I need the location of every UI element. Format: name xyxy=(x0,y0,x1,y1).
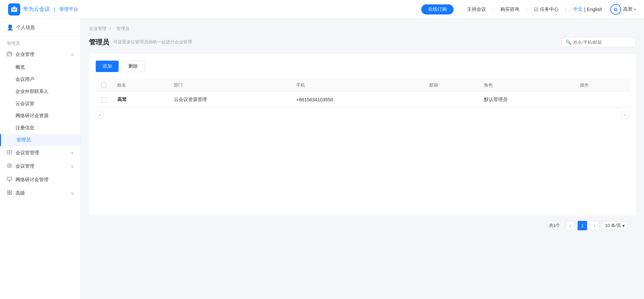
sidebar: 👤 个人信息 管理员 企业管理 ∧ 概览 会议用户 企业外部联系人 xyxy=(0,19,81,299)
sidebar-item-webinar-resources[interactable]: 网络研讨会资源 xyxy=(0,110,81,122)
lang-en[interactable]: English xyxy=(587,7,602,12)
lang-zh[interactable]: 中文 xyxy=(573,6,583,12)
sidebar-item-advanced[interactable]: 高级 ∨ xyxy=(0,187,81,200)
pagination-size-arrow: ▾ xyxy=(622,223,625,228)
row-dept: 云会议资源管理 xyxy=(168,92,291,108)
pagination-prev[interactable]: ‹ xyxy=(565,221,575,230)
breadcrumb-enterprise[interactable]: 企业管理 xyxy=(89,26,106,31)
room-mgmt-label: 会议室管理 xyxy=(16,150,39,156)
svg-rect-11 xyxy=(7,191,9,192)
sidebar-item-webinar-mgmt[interactable]: 网络研讨会管理 xyxy=(0,173,81,187)
room-mgmt-arrow: ∨ xyxy=(71,151,74,155)
sidebar-item-meeting-users[interactable]: 会议用户 xyxy=(0,73,81,86)
logo-icon xyxy=(8,3,20,15)
main-layout: 👤 个人信息 管理员 企业管理 ∧ 概览 会议用户 企业外部联系人 xyxy=(0,19,644,299)
col-header-role: 角色 xyxy=(479,79,575,92)
user-name[interactable]: 高茸 xyxy=(623,6,633,12)
meeting-icon xyxy=(7,163,12,170)
buy-consult-button[interactable]: 购买咨询 xyxy=(495,6,525,12)
col-header-name: 姓名 xyxy=(112,79,168,92)
sidebar-item-registration[interactable]: 注册信息 xyxy=(0,122,81,134)
row-phone: +8615634103550 xyxy=(291,92,424,108)
svg-point-5 xyxy=(9,152,10,153)
room-icon xyxy=(7,150,12,156)
nav-divider-2: | xyxy=(526,7,527,12)
sidebar-item-overview[interactable]: 概览 xyxy=(0,61,81,73)
svg-rect-14 xyxy=(10,193,11,195)
advanced-arrow: ∨ xyxy=(71,191,74,196)
topnav-right: 在线订购 主持会议 | 购买咨询 | ☑ 任务中心 | 中文 | English… xyxy=(421,4,636,15)
search-icon: 🔍 xyxy=(565,39,571,45)
advanced-label: 高级 xyxy=(16,190,25,196)
search-box[interactable]: 🔍 xyxy=(562,37,636,47)
sidebar-item-room-mgmt[interactable]: 会议室管理 ∨ xyxy=(0,146,81,160)
scroll-right-arrow[interactable]: › xyxy=(621,111,629,119)
pagination-bar: 共1个 ‹ 1 › 10 条/页 ▾ xyxy=(89,215,636,236)
col-header-email: 邮箱 xyxy=(424,79,479,92)
table-row: 高茸 云会议资源管理 +8615634103550 默认管理员 xyxy=(96,92,629,108)
webinar-icon xyxy=(7,176,12,183)
page-subtitle: 可设置多位管理员协助一起进行企业管理 xyxy=(113,39,192,45)
pagination-size-label: 10 条/页 xyxy=(605,223,621,229)
logo-text: 华为云会议 xyxy=(23,6,50,13)
webinar-mgmt-label: 网络研讨会管理 xyxy=(16,177,49,183)
pagination-next[interactable]: › xyxy=(590,221,599,230)
topnav: 华为云会议 | 管理平台 在线订购 主持会议 | 购买咨询 | ☑ 任务中心 |… xyxy=(0,0,644,19)
logo-divider: | xyxy=(54,7,55,12)
pagination-total: 共1个 xyxy=(549,223,560,229)
row-check xyxy=(96,92,112,108)
svg-rect-8 xyxy=(7,177,12,180)
content-box: 添加 删除 姓名 部门 手机 邮箱 角色 操作 xyxy=(89,54,636,215)
enterprise-mgmt-arrow: ∧ xyxy=(71,52,74,57)
col-header-actions: 操作 xyxy=(575,79,629,92)
main-content: 企业管理 / 管理员 管理员 可设置多位管理员协助一起进行企业管理 🔍 添加 删… xyxy=(81,19,644,299)
user-dropdown-arrow[interactable]: ▾ xyxy=(634,7,636,12)
svg-point-7 xyxy=(9,165,10,166)
task-center-button[interactable]: ☑ 任务中心 xyxy=(529,6,564,12)
row-email xyxy=(424,92,479,108)
sidebar-item-cloud-rooms[interactable]: 云会议室 xyxy=(0,98,81,110)
enterprise-mgmt-label: 企业管理 xyxy=(16,52,34,58)
breadcrumb-sep: / xyxy=(110,26,112,31)
row-checkbox[interactable] xyxy=(101,97,106,103)
advanced-icon xyxy=(7,190,12,197)
page-header-right: 🔍 xyxy=(562,37,636,47)
sidebar-item-external-contacts[interactable]: 企业外部联系人 xyxy=(0,86,81,98)
sidebar-personal-info-label: 个人信息 xyxy=(16,25,35,31)
sidebar-item-meeting-mgmt[interactable]: 会议管理 ∨ xyxy=(0,160,81,173)
pagination-page-1[interactable]: 1 xyxy=(578,221,587,230)
row-role: 默认管理员 xyxy=(479,92,575,108)
user-icon: 👤 xyxy=(7,24,13,31)
svg-rect-1 xyxy=(13,6,15,8)
host-meeting-button[interactable]: 主持会议 xyxy=(462,6,491,12)
search-input[interactable] xyxy=(573,40,632,45)
toolbar: 添加 删除 xyxy=(96,61,629,72)
meeting-mgmt-label: 会议管理 xyxy=(16,163,34,169)
page-header: 管理员 可设置多位管理员协助一起进行企业管理 🔍 xyxy=(89,37,636,47)
select-all-checkbox[interactable] xyxy=(101,82,106,88)
task-center-checkbox-icon: ☑ xyxy=(534,7,539,12)
user-avatar[interactable]: G xyxy=(610,4,621,15)
online-order-button[interactable]: 在线订购 xyxy=(421,4,454,14)
row-actions xyxy=(575,92,629,108)
nav-divider-1: | xyxy=(493,7,494,12)
svg-rect-4 xyxy=(7,151,12,154)
col-header-check xyxy=(96,79,112,92)
admin-table: 姓名 部门 手机 邮箱 角色 操作 高茸 云会议资源管理 xyxy=(96,79,629,108)
row-name: 高茸 xyxy=(112,92,168,108)
add-button[interactable]: 添加 xyxy=(96,61,119,72)
svg-rect-2 xyxy=(7,53,12,56)
logo-subtitle: 管理平台 xyxy=(59,6,78,12)
col-header-phone: 手机 xyxy=(291,79,424,92)
sidebar-item-enterprise-mgmt[interactable]: 企业管理 ∧ xyxy=(0,48,81,61)
svg-rect-13 xyxy=(7,193,9,195)
table-scroll-row: ‹ › xyxy=(96,108,629,122)
scroll-left-arrow[interactable]: ‹ xyxy=(96,111,104,119)
sidebar-section-label: 管理员 xyxy=(0,36,81,48)
sidebar-user-section: 👤 个人信息 xyxy=(0,19,81,36)
breadcrumb-admin: 管理员 xyxy=(116,26,129,31)
delete-button[interactable]: 删除 xyxy=(121,61,145,72)
language-section: 中文 | English xyxy=(568,6,608,12)
sidebar-item-admin[interactable]: 管理员 xyxy=(0,134,81,146)
pagination-size[interactable]: 10 条/页 ▾ xyxy=(602,221,628,230)
